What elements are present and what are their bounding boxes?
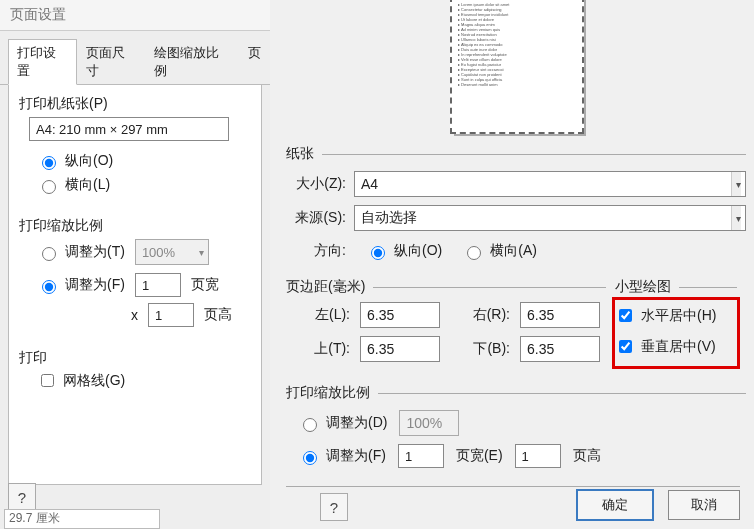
margin-top-label: 上(T): (294, 340, 350, 358)
help-button-left[interactable]: ? (8, 483, 36, 511)
tab-print-setup[interactable]: 打印设置 (8, 39, 77, 85)
paper-source-select[interactable]: 自动选择 ▾ (354, 205, 746, 231)
radio-adjust-f-left[interactable]: 调整为(F) (37, 276, 125, 294)
paper-size-display[interactable]: A4: 210 mm × 297 mm (29, 117, 229, 141)
left-panel: 页面设置 打印设置 页面尺寸 绘图缩放比例 页 打印机纸张(P) A4: 210… (0, 0, 271, 529)
radio-portrait-right-input[interactable] (371, 246, 385, 260)
paper-legend: 纸张 (286, 145, 314, 163)
radio-landscape-left[interactable]: 横向(L) (37, 176, 110, 194)
tabs: 打印设置 页面尺寸 绘图缩放比例 页 (0, 39, 270, 85)
cancel-button[interactable]: 取消 (668, 490, 740, 520)
footer-dimension: 29.7 厘米 (4, 509, 160, 529)
paper-source-value: 自动选择 (361, 209, 417, 227)
fit-wide-right[interactable]: 1 (398, 444, 444, 468)
right-panel: ▸ Lorem ipsum dolor sit amet▸ Consectetu… (270, 0, 754, 529)
print-scale-label: 打印缩放比例 (19, 209, 251, 239)
radio-adjust-t-input[interactable] (42, 247, 56, 261)
radio-adjust-d-input[interactable] (303, 418, 317, 432)
radio-adjust-f-right-label: 调整为(F) (326, 447, 386, 465)
margin-top-input[interactable]: 6.35 (360, 336, 440, 362)
paper-size-select[interactable]: A4 ▾ (354, 171, 746, 197)
radio-portrait-left[interactable]: 纵向(O) (37, 152, 113, 170)
pages-wide-label-left: 页宽 (191, 276, 219, 294)
radio-adjust-f-left-label: 调整为(F) (65, 276, 125, 294)
margin-bottom-input[interactable]: 6.35 (520, 336, 600, 362)
margin-right-input[interactable]: 6.35 (520, 302, 600, 328)
small-legend: 小型绘图 (615, 278, 671, 296)
print-group-label: 打印 (19, 341, 251, 371)
scale-combo-left[interactable]: 100% ▾ (135, 239, 209, 265)
margin-left-label: 左(L): (294, 306, 350, 324)
help-button-right[interactable]: ? (320, 493, 348, 521)
highlight-annotation (612, 297, 740, 369)
margin-right-label: 右(R): (450, 306, 510, 324)
scale-legend: 打印缩放比例 (286, 384, 370, 402)
pages-tall-label-left: 页高 (204, 306, 232, 324)
orientation-label: 方向: (286, 242, 346, 260)
fit-tall-right[interactable]: 1 (515, 444, 561, 468)
margin-bottom-label: 下(B): (450, 340, 510, 358)
tab-drawing-scale[interactable]: 绘图缩放比例 (145, 39, 239, 84)
page-setup-title: 页面设置 (0, 0, 270, 31)
radio-adjust-d[interactable]: 调整为(D) (298, 414, 387, 432)
scale-section: 打印缩放比例 调整为(D) 100% 调整为(F) 1 页宽(E) 1 页高 (286, 384, 746, 468)
radio-portrait-left-input[interactable] (42, 156, 56, 170)
paper-size-value: A4 (361, 176, 378, 192)
radio-adjust-t[interactable]: 调整为(T) (37, 243, 125, 261)
x-label: x (131, 307, 138, 323)
dialog-buttons: 确定 取消 (576, 489, 740, 521)
chevron-down-icon: ▾ (731, 172, 741, 196)
radio-portrait-right-label: 纵向(O) (394, 242, 442, 260)
checkbox-gridlines-input[interactable] (41, 374, 54, 387)
pages-wide-label-right: 页宽(E) (456, 447, 503, 465)
printer-paper-label: 打印机纸张(P) (19, 95, 251, 113)
ok-button[interactable]: 确定 (576, 489, 654, 521)
tab-body: 打印机纸张(P) A4: 210 mm × 297 mm 纵向(O) 横向(L)… (8, 85, 262, 485)
paper-section: 纸张 大小(Z): A4 ▾ 来源(S): 自动选择 ▾ 方向: 纵向 (286, 145, 746, 263)
radio-adjust-f-right[interactable]: 调整为(F) (298, 447, 386, 465)
scale-combo-value: 100% (142, 245, 175, 260)
margins-legend: 页边距(毫米) (286, 278, 365, 296)
size-label: 大小(Z): (286, 175, 346, 193)
chevron-down-icon: ▾ (199, 247, 204, 258)
radio-portrait-right[interactable]: 纵向(O) (366, 242, 442, 260)
scale-percent-input: 100% (399, 410, 459, 436)
tab-page-size[interactable]: 页面尺寸 (77, 39, 146, 84)
radio-adjust-t-label: 调整为(T) (65, 243, 125, 261)
tab-extra[interactable]: 页 (239, 39, 270, 84)
source-label: 来源(S): (286, 209, 346, 227)
pages-tall-label-right: 页高 (573, 447, 601, 465)
radio-adjust-f-left-input[interactable] (42, 280, 56, 294)
preview-content: ▸ Lorem ipsum dolor sit amet▸ Consectetu… (452, 0, 582, 91)
radio-adjust-f-right-input[interactable] (303, 451, 317, 465)
fit-wide-left[interactable]: 1 (135, 273, 181, 297)
radio-landscape-left-input[interactable] (42, 180, 56, 194)
checkbox-gridlines-label: 网格线(G) (63, 372, 125, 390)
radio-landscape-left-label: 横向(L) (65, 176, 110, 194)
divider (286, 486, 740, 487)
radio-landscape-right[interactable]: 横向(A) (462, 242, 537, 260)
radio-portrait-left-label: 纵向(O) (65, 152, 113, 170)
fit-tall-left[interactable]: 1 (148, 303, 194, 327)
radio-adjust-d-label: 调整为(D) (326, 414, 387, 432)
radio-landscape-right-label: 横向(A) (490, 242, 537, 260)
margin-left-input[interactable]: 6.35 (360, 302, 440, 328)
checkbox-gridlines[interactable]: 网格线(G) (37, 371, 125, 390)
radio-landscape-right-input[interactable] (467, 246, 481, 260)
print-preview: ▸ Lorem ipsum dolor sit amet▸ Consectetu… (450, 0, 584, 134)
chevron-down-icon: ▾ (731, 206, 741, 230)
